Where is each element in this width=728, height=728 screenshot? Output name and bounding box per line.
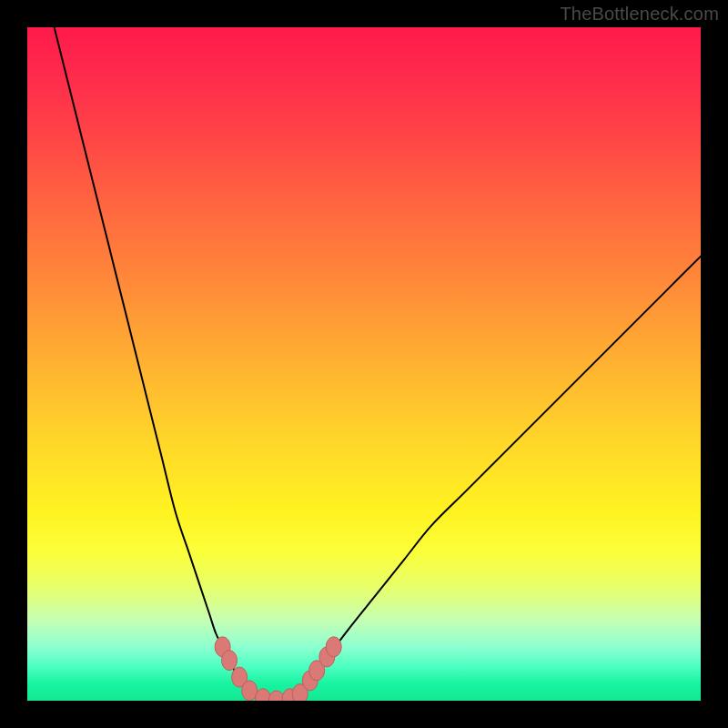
curve-right-branch <box>297 257 701 698</box>
curve-paths <box>55 27 701 701</box>
plot-area <box>27 27 701 701</box>
curve-markers <box>215 637 341 701</box>
chart-frame: TheBottleneck.com <box>0 0 728 728</box>
curve-svg <box>27 27 701 701</box>
attribution-text: TheBottleneck.com <box>560 4 719 25</box>
curve-left-branch <box>55 27 257 697</box>
marker-1 <box>222 651 238 671</box>
marker-11 <box>326 637 341 657</box>
